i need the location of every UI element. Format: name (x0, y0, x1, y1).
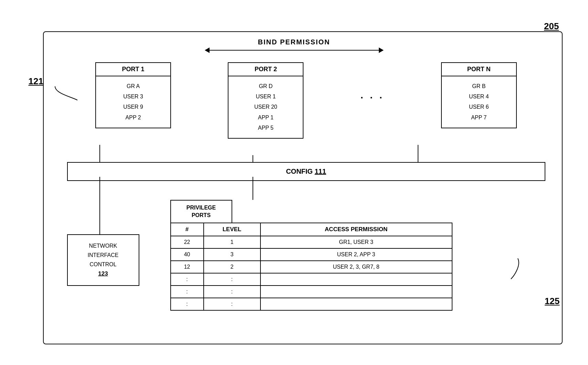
port-1-item-2: USER 9 (99, 102, 167, 112)
port-1-body: GR A USER 3 USER 9 APP 2 (96, 76, 170, 128)
port-2-item-3: APP 1 (232, 112, 299, 123)
row-2-col3: USER 2, APP 3 (260, 248, 452, 261)
port-1-box: PORT 1 GR A USER 3 USER 9 APP 2 (95, 62, 171, 129)
row-4-col3 (260, 273, 452, 286)
row-3-col3: USER 2, 3, GR7, 8 (260, 261, 452, 273)
row-4-col1: : (171, 273, 204, 286)
table-row: 40 3 USER 2, APP 3 (171, 248, 452, 261)
arrow-line (210, 50, 379, 51)
port-n-header: PORT N (442, 63, 516, 76)
row-3-col1: 12 (171, 261, 204, 273)
port-2-item-1: USER 1 (232, 92, 299, 102)
row-5-col3 (260, 286, 452, 298)
table-row: : : (171, 273, 452, 286)
port-1-item-0: GR A (99, 81, 167, 92)
row-3-col2: 2 (204, 261, 260, 273)
port-2-item-4: APP 5 (232, 123, 299, 133)
diagram-container: 205 121 125 BIND PERMISSION PORT 1 GR A … (22, 18, 566, 348)
port-n-box: PORT N GR B USER 4 USER 6 APP 7 (441, 62, 517, 129)
row-2-col1: 40 (171, 248, 204, 261)
table-header-row: # LEVEL ACCESS PERMISSION (171, 223, 452, 236)
table-row: : : (171, 286, 452, 298)
port-1-item-3: APP 2 (99, 112, 167, 123)
dots-area: . . . (361, 62, 384, 101)
port-n-body: GR B USER 4 USER 6 APP 7 (442, 76, 516, 128)
config-box: CONFIG 111 (67, 162, 545, 181)
ports-row: PORT 1 GR A USER 3 USER 9 APP 2 PORT 2 G… (67, 62, 545, 139)
privilege-ports-header: PRIVILEGEPORTS (170, 200, 232, 223)
row-1-col3: GR1, USER 3 (260, 236, 452, 248)
table-row: 22 1 GR1, USER 3 (171, 236, 452, 248)
row-5-col1: : (171, 286, 204, 298)
label-205: 205 (544, 21, 559, 32)
row-4-col2: : (204, 273, 260, 286)
row-6-col2: : (204, 298, 260, 310)
col-header-access: ACCESS PERMISSION (260, 223, 452, 236)
arrow-head-left (205, 47, 210, 53)
port-n-item-2: USER 6 (445, 102, 513, 112)
port-n-item-3: APP 7 (445, 112, 513, 123)
row-6-col3 (260, 298, 452, 310)
port-2-item-2: USER 20 (232, 102, 299, 112)
nic-number: 123 (71, 269, 135, 279)
nic-label-line1: NETWORK (71, 241, 135, 250)
row-1-col1: 22 (171, 236, 204, 248)
config-number: 111 (314, 168, 326, 175)
dots-text: . . . (361, 90, 384, 101)
row-5-col2: : (204, 286, 260, 298)
label-121: 121 (29, 76, 43, 87)
port-n-item-1: USER 4 (445, 92, 513, 102)
row-2-col2: 3 (204, 248, 260, 261)
port-2-body: GR D USER 1 USER 20 APP 1 APP 5 (228, 76, 303, 138)
config-label: CONFIG (286, 168, 314, 175)
port-2-box: PORT 2 GR D USER 1 USER 20 APP 1 APP 5 (228, 62, 303, 139)
table-area: PRIVILEGEPORTS # LEVEL ACCESS PERMISSION… (170, 200, 452, 311)
port-2-header: PORT 2 (228, 63, 303, 76)
bind-permission-area: BIND PERMISSION (91, 38, 497, 53)
nic-box: NETWORK INTERFACE CONTROL 123 (67, 234, 139, 286)
nic-label-line2: INTERFACE (71, 250, 135, 260)
col-header-hash: # (171, 223, 204, 236)
port-2-item-0: GR D (232, 81, 299, 92)
table-row: : : (171, 298, 452, 310)
port-n-item-0: GR B (445, 81, 513, 92)
label-125: 125 (545, 296, 559, 307)
port-1-item-1: USER 3 (99, 92, 167, 102)
row-6-col1: : (171, 298, 204, 310)
table-row: 12 2 USER 2, 3, GR7, 8 (171, 261, 452, 273)
row-1-col2: 1 (204, 236, 260, 248)
privilege-table: # LEVEL ACCESS PERMISSION 22 1 GR1, USER… (170, 223, 452, 311)
col-header-level: LEVEL (204, 223, 260, 236)
nic-label-line3: CONTROL (71, 260, 135, 269)
bind-permission-arrow (205, 47, 384, 53)
arrow-head-right (379, 47, 384, 53)
port-1-header: PORT 1 (96, 63, 170, 76)
bind-permission-label: BIND PERMISSION (258, 38, 330, 46)
